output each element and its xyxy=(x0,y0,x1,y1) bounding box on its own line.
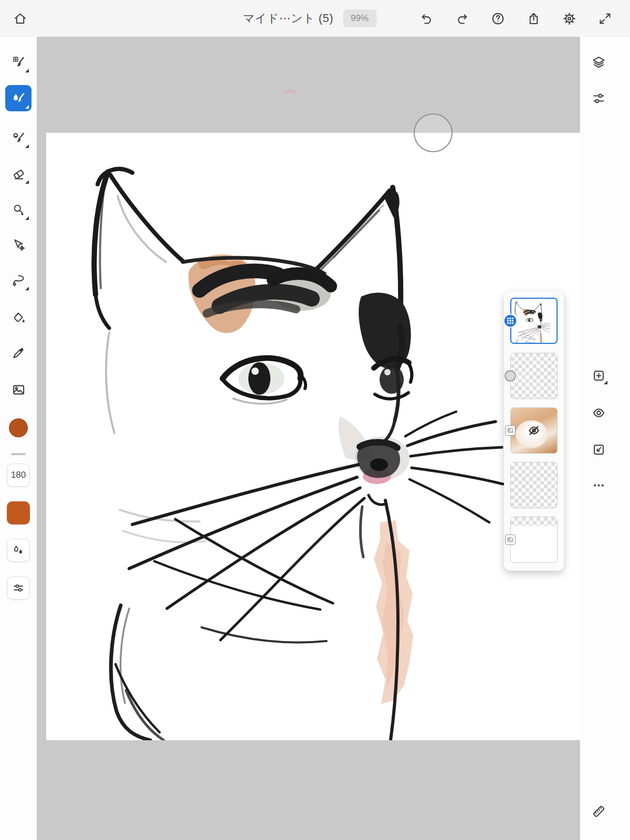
lasso-icon xyxy=(12,273,26,287)
brush-size-field[interactable]: 180 xyxy=(7,464,30,487)
brush-settings-button[interactable] xyxy=(7,576,30,600)
tool-flyout-indicator xyxy=(25,105,29,109)
sliders-icon xyxy=(12,582,25,594)
canvas-pasteboard[interactable] xyxy=(37,37,580,840)
zoom-level-badge[interactable]: 99% xyxy=(343,9,376,27)
topbar-actions xyxy=(419,0,612,37)
document-title[interactable]: マイド⋯ント (5) xyxy=(243,10,334,26)
brush-size-cursor xyxy=(414,113,453,152)
stray-paint-mark xyxy=(284,88,297,97)
flyout-indicator xyxy=(604,381,607,384)
ruler-icon xyxy=(592,804,606,818)
settings-button[interactable] xyxy=(562,12,576,26)
water-drops-icon xyxy=(12,544,25,556)
tool-flyout-indicator xyxy=(25,287,29,290)
home-button[interactable] xyxy=(9,8,30,29)
more-options-icon xyxy=(592,478,606,492)
eraser-icon xyxy=(12,166,26,181)
water-flow-button[interactable] xyxy=(7,539,30,562)
help-button[interactable] xyxy=(491,12,505,26)
move-tool[interactable] xyxy=(5,232,32,258)
redo-button[interactable] xyxy=(455,12,469,26)
home-icon xyxy=(13,12,27,26)
tools-sidebar: 180 xyxy=(0,37,37,840)
share-icon xyxy=(527,12,541,26)
share-button[interactable] xyxy=(527,12,541,26)
pixel-brush-icon xyxy=(12,55,26,69)
image-layer-badge[interactable] xyxy=(505,534,516,545)
layer-item-photo[interactable] xyxy=(510,407,558,454)
panels-sidebar xyxy=(580,37,630,840)
ruler-button[interactable] xyxy=(587,800,610,823)
layer-options-button[interactable] xyxy=(587,474,610,497)
tool-options-handle[interactable] xyxy=(11,453,26,455)
layers-panel xyxy=(504,291,564,571)
pixel-brush-tool[interactable] xyxy=(5,49,32,75)
top-toolbar: マイド⋯ント (5) 99% xyxy=(0,0,630,37)
layers-panel-button[interactable] xyxy=(587,50,610,74)
eraser-tool[interactable] xyxy=(5,160,32,186)
fresco-app: マイド⋯ント (5) 99% xyxy=(0,0,630,840)
image-layer-badge[interactable] xyxy=(505,425,516,436)
brush-color-swatch[interactable] xyxy=(7,501,30,524)
layer-item-empty-1[interactable] xyxy=(510,353,558,399)
gear-icon xyxy=(562,12,576,26)
layer-item-empty-2[interactable] xyxy=(510,462,558,508)
add-layer-button[interactable] xyxy=(587,364,610,387)
undo-icon xyxy=(419,12,434,26)
move-icon xyxy=(12,238,26,252)
adjustments-panel-button[interactable] xyxy=(587,87,610,110)
fullscreen-button[interactable] xyxy=(598,12,612,26)
smudge-icon xyxy=(12,203,26,217)
help-icon xyxy=(491,12,505,26)
redo-icon xyxy=(455,12,469,26)
fullscreen-icon xyxy=(598,12,612,26)
pixel-layer-badge[interactable] xyxy=(503,314,517,328)
paper-transparent-edge xyxy=(511,517,557,526)
tool-flyout-indicator xyxy=(25,216,29,220)
layer-thumbnail-sketch xyxy=(511,299,556,344)
paint-bucket-icon xyxy=(12,311,26,325)
drawing-canvas[interactable] xyxy=(46,133,580,740)
tool-flyout-indicator xyxy=(25,69,29,72)
layer-transform-icon xyxy=(592,443,606,457)
layer-visibility-button[interactable] xyxy=(587,401,610,424)
lasso-select-tool[interactable] xyxy=(5,267,32,293)
eyedropper-tool[interactable] xyxy=(5,340,32,366)
layers-icon xyxy=(592,55,606,69)
vector-brush-tool[interactable] xyxy=(5,124,32,151)
document-title-group: マイド⋯ント (5) 99% xyxy=(243,0,377,37)
eye-icon xyxy=(592,406,606,420)
undo-button[interactable] xyxy=(419,12,434,26)
vector-brush-icon xyxy=(12,131,26,145)
live-brush-tool[interactable] xyxy=(5,85,32,111)
place-image-tool[interactable] xyxy=(5,376,32,403)
tool-flyout-indicator xyxy=(25,144,29,148)
live-brush-icon xyxy=(12,91,26,106)
eyedropper-icon xyxy=(12,346,26,360)
layer-hidden-indicator[interactable] xyxy=(525,422,543,439)
image-icon xyxy=(12,383,26,397)
brush-size-value: 180 xyxy=(11,470,26,480)
current-color-swatch[interactable] xyxy=(9,418,28,437)
layer-select-badge[interactable] xyxy=(505,370,516,382)
layer-item-sketch[interactable] xyxy=(510,298,558,344)
layer-transform-button[interactable] xyxy=(587,438,610,461)
fill-tool[interactable] xyxy=(5,304,32,331)
eye-off-icon xyxy=(527,424,541,437)
cat-ink-sketch xyxy=(46,133,580,740)
smudge-tool[interactable] xyxy=(5,196,32,223)
layer-item-paper[interactable] xyxy=(510,517,558,563)
adjustments-icon xyxy=(592,91,606,106)
tool-flyout-indicator xyxy=(25,180,29,184)
